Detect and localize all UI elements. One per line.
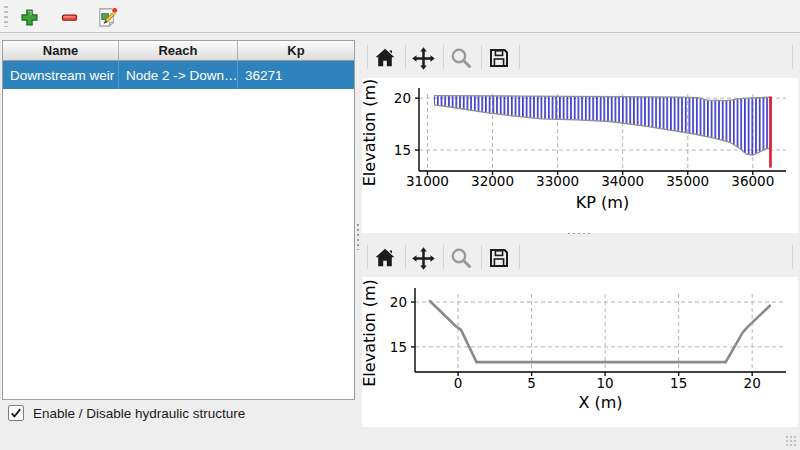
profile-band bbox=[434, 96, 772, 156]
zoom-button[interactable] bbox=[447, 244, 475, 272]
longitudinal-profile-chart[interactable]: 3100032000330003400035000360001520KP (m)… bbox=[362, 78, 798, 233]
edit-icon bbox=[96, 6, 119, 29]
x-tick-label: 34000 bbox=[601, 173, 644, 189]
save-icon bbox=[487, 46, 511, 70]
table-row[interactable]: Downstream weir Node 2 -> Down… 36271 bbox=[3, 61, 354, 89]
y-tick-label: 20 bbox=[394, 90, 411, 106]
x-tick-label: 32000 bbox=[471, 173, 514, 189]
cross-section-profile bbox=[430, 301, 770, 362]
x-tick-label: 15 bbox=[670, 375, 687, 391]
cell-structure-reach: Node 2 -> Down… bbox=[119, 61, 238, 89]
app-window: Name Reach Kp Downstream weir Node 2 -> … bbox=[0, 0, 800, 450]
x-axis-label: KP (m) bbox=[576, 193, 629, 212]
cross-section-chart[interactable]: 051015201520X (m)Elevation (m) bbox=[362, 277, 798, 427]
cell-structure-kp: 36271 bbox=[238, 61, 354, 89]
save-button[interactable] bbox=[485, 44, 513, 72]
pan-icon bbox=[411, 46, 436, 71]
pan-button[interactable] bbox=[409, 44, 437, 72]
y-tick-label: 20 bbox=[390, 294, 407, 310]
toolbar-drag-handle[interactable] bbox=[4, 6, 8, 27]
save-button[interactable] bbox=[485, 244, 513, 272]
add-structure-button[interactable] bbox=[16, 4, 42, 30]
main-toolbar bbox=[0, 0, 800, 33]
cell-structure-name: Downstream weir bbox=[3, 61, 119, 89]
column-header-name[interactable]: Name bbox=[3, 41, 119, 61]
pan-button[interactable] bbox=[409, 244, 437, 272]
x-tick-label: 35000 bbox=[666, 173, 709, 189]
y-tick-label: 15 bbox=[390, 339, 407, 355]
zoom-icon bbox=[449, 46, 473, 70]
checkbox-box[interactable] bbox=[8, 405, 24, 421]
zoom-button[interactable] bbox=[447, 44, 475, 72]
x-axis-label: X (m) bbox=[578, 393, 622, 412]
y-tick-label: 15 bbox=[394, 142, 411, 158]
x-tick-label: 36000 bbox=[731, 173, 774, 189]
save-icon bbox=[487, 246, 511, 270]
column-header-reach[interactable]: Reach bbox=[119, 41, 238, 61]
x-tick-label: 33000 bbox=[536, 173, 579, 189]
x-tick-label: 31000 bbox=[406, 173, 449, 189]
y-axis-label: Elevation (m) bbox=[362, 79, 379, 186]
table-header: Name Reach Kp bbox=[3, 41, 354, 61]
edit-structure-button[interactable] bbox=[94, 4, 120, 30]
zoom-icon bbox=[449, 246, 473, 270]
vertical-splitter-handle[interactable] bbox=[356, 224, 360, 250]
checkbox-label: Enable / Disable hydraulic structure bbox=[33, 406, 245, 421]
window-resize-grip[interactable] bbox=[785, 435, 798, 448]
enable-structure-checkbox[interactable]: Enable / Disable hydraulic structure bbox=[8, 405, 245, 421]
x-tick-label: 5 bbox=[527, 375, 536, 391]
home-button[interactable] bbox=[371, 44, 399, 72]
remove-structure-button[interactable] bbox=[56, 4, 82, 30]
pan-icon bbox=[411, 246, 436, 271]
home-icon bbox=[373, 46, 397, 70]
plot2-toolbar bbox=[362, 237, 798, 277]
x-tick-label: 0 bbox=[454, 375, 463, 391]
structures-table: Name Reach Kp Downstream weir Node 2 -> … bbox=[2, 40, 355, 400]
minus-icon bbox=[59, 7, 80, 28]
x-tick-label: 20 bbox=[744, 375, 761, 391]
checkmark-icon bbox=[10, 407, 22, 419]
home-icon bbox=[373, 246, 397, 270]
plot1-toolbar bbox=[362, 37, 798, 77]
home-button[interactable] bbox=[371, 244, 399, 272]
x-tick-label: 10 bbox=[597, 375, 614, 391]
column-header-kp[interactable]: Kp bbox=[238, 41, 354, 61]
plus-icon bbox=[19, 7, 40, 28]
y-axis-label: Elevation (m) bbox=[362, 279, 379, 386]
